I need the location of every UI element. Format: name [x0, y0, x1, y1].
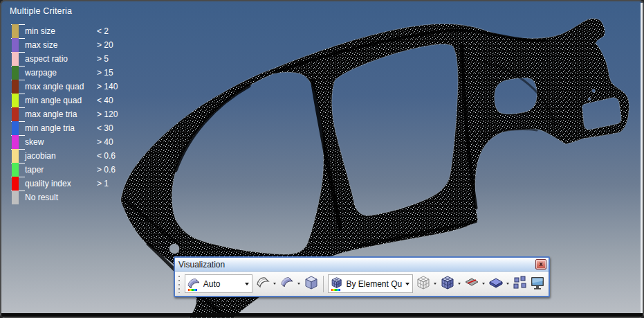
legend-item-aspect-ratio: aspect ratio> 5 — [10, 52, 141, 66]
legend-color-swatch — [12, 149, 19, 163]
toolbar-drag-handle[interactable] — [178, 275, 181, 293]
legend-item-min-angle-quad: min angle quad< 40 — [10, 94, 141, 107]
chevron-down-icon — [297, 283, 300, 285]
legend-item-max-angle-quad: max angle quad> 140 — [10, 80, 141, 94]
legend-color-swatch — [12, 191, 19, 204]
solid-cube-view-button[interactable] — [302, 274, 320, 294]
shaded-element-cube-button[interactable] — [439, 274, 456, 294]
legend-item-label: max angle tria — [25, 107, 77, 121]
cube-rainbow-icon — [329, 276, 344, 292]
chevron-down-icon — [458, 283, 461, 285]
flat-plate-button[interactable] — [487, 274, 504, 294]
combo-dropdown-button[interactable] — [402, 276, 412, 292]
legend-item-taper: taper> 0.6 — [10, 163, 141, 177]
legend-item-label: quality index — [25, 177, 71, 191]
legend-item-no-result: No result — [10, 191, 141, 204]
exploded-elements-button[interactable] — [511, 274, 528, 294]
wireframe-cube-button-dropdown[interactable] — [432, 274, 439, 294]
chevron-down-icon — [506, 283, 509, 285]
legend-item-value: > 40 — [97, 135, 113, 149]
plate-red-line-icon — [464, 275, 479, 293]
legend-item-min-size: min size< 2 — [10, 24, 141, 38]
legend-rows: min size< 2max size> 20aspect ratio> 5wa… — [10, 24, 141, 204]
legend-item-quality-index: quality index> 1 — [10, 177, 141, 191]
frame-bottom-border — [1, 313, 643, 317]
section-plane-button[interactable] — [463, 274, 480, 294]
cube-shaded-icon — [304, 275, 319, 293]
legend-item-skew: skew> 40 — [10, 135, 141, 149]
legend-color-swatch — [12, 80, 19, 94]
legend-item-label: jacobian — [25, 149, 56, 163]
shaded-surface-button[interactable] — [278, 274, 295, 294]
legend-item-max-angle-tria: max angle tria> 120 — [10, 107, 141, 121]
legend-item-max-size: max size> 20 — [10, 38, 141, 52]
legend-item-label: max size — [25, 38, 57, 52]
cube-wireframe-icon — [416, 275, 431, 293]
legend-item-value: > 0.6 — [97, 163, 116, 177]
legend-item-label: min size — [25, 24, 55, 38]
legend-item-value: > 1 — [97, 177, 109, 191]
color-by-combo-value: By Element Qu — [347, 279, 403, 289]
legend-title: Multiple Criteria — [10, 6, 141, 16]
legend-item-label: max angle quad — [25, 80, 84, 94]
legend-item-value: > 5 — [97, 52, 109, 66]
legend-color-swatch — [12, 38, 19, 52]
legend-item-value: < 40 — [97, 94, 113, 107]
legend-item-jacobian: jacobian< 0.6 — [10, 149, 141, 163]
chevron-down-icon — [434, 283, 436, 285]
surface-wireframe-icon — [255, 275, 270, 293]
legend-item-value: > 140 — [97, 80, 118, 94]
chevron-down-icon — [482, 283, 485, 285]
legend-color-swatch — [12, 121, 19, 135]
visualization-window-title: Visualization — [175, 260, 225, 270]
legend-item-value: > 20 — [97, 38, 113, 52]
legend-item-value: < 0.6 — [97, 149, 116, 163]
chevron-down-icon — [245, 283, 249, 285]
surface-rainbow-icon — [186, 276, 201, 292]
legend-item-label: min angle tria — [25, 121, 75, 135]
visualization-titlebar[interactable]: Visualization x — [175, 258, 549, 272]
visualization-window: Visualization x AutoBy Element Qu — [174, 256, 550, 297]
legend-item-value: > 15 — [97, 66, 113, 80]
legend-color-swatch — [12, 107, 19, 121]
chevron-down-icon — [273, 283, 276, 285]
legend-color-swatch — [12, 177, 19, 191]
surface-shaded-icon — [279, 275, 295, 293]
monitor-icon — [530, 275, 545, 293]
section-plane-button-dropdown[interactable] — [481, 274, 487, 294]
display-mode-combo[interactable]: Auto — [185, 274, 252, 293]
legend-item-label: skew — [25, 135, 44, 149]
legend-color-swatch — [12, 94, 19, 107]
legend-color-swatch — [12, 135, 19, 149]
legend-item-label: taper — [25, 163, 44, 177]
legend-item-value: < 30 — [97, 121, 113, 135]
toolbar-separator — [323, 276, 324, 292]
color-by-combo[interactable]: By Element Qu — [328, 274, 414, 293]
cube-blue-icon — [440, 275, 455, 293]
combo-dropdown-button[interactable] — [241, 276, 252, 292]
legend-color-swatch — [12, 66, 19, 80]
close-icon[interactable]: x — [535, 259, 546, 270]
legend-color-swatch — [12, 24, 19, 38]
application-viewport: Multiple Criteria min size< 2max size> 2… — [0, 0, 644, 318]
display-settings-button[interactable] — [529, 274, 546, 294]
shaded-surface-button-dropdown[interactable] — [296, 274, 302, 294]
criteria-legend: Multiple Criteria min size< 2max size> 2… — [10, 6, 141, 204]
legend-item-min-angle-tria: min angle tria< 30 — [10, 121, 141, 135]
legend-item-label: aspect ratio — [25, 52, 68, 66]
legend-color-swatch — [12, 163, 19, 177]
flat-plate-button-dropdown[interactable] — [505, 274, 511, 294]
wireframe-surface-button[interactable] — [254, 274, 271, 294]
wireframe-surface-button-dropdown[interactable] — [271, 274, 277, 294]
legend-item-warpage: warpage> 15 — [10, 66, 141, 80]
display-mode-combo-value: Auto — [203, 279, 241, 289]
wireframe-cube-button[interactable] — [414, 274, 432, 294]
scatter-cubes-icon — [513, 275, 528, 293]
plate-blue-icon — [488, 275, 504, 293]
legend-item-label: min angle quad — [25, 94, 82, 107]
legend-item-value: < 2 — [97, 24, 109, 38]
legend-item-value: > 120 — [97, 107, 118, 121]
chevron-down-icon — [405, 283, 410, 285]
legend-item-label: warpage — [25, 66, 57, 80]
shaded-element-cube-button-dropdown[interactable] — [457, 274, 463, 294]
